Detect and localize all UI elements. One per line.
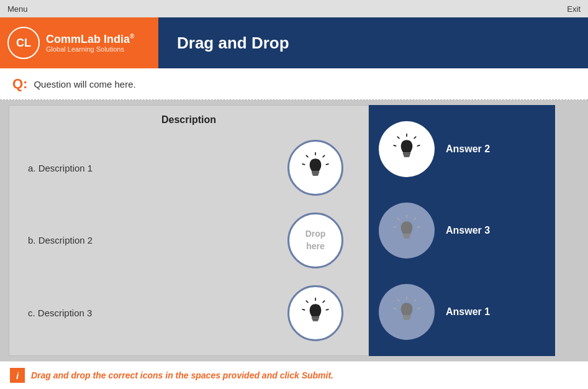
question-label: Q: [12,76,27,92]
answer-row-1[interactable]: Answer 1 [379,284,545,340]
answer-label-1: Answer 1 [446,306,490,318]
svg-line-35 [397,300,399,301]
right-panel: Answer 2 Answer 3 [369,105,555,356]
logo-text-block: CommLab India® Global Learning Solutions [46,33,134,53]
svg-rect-6 [312,173,319,175]
info-icon: i [10,368,25,383]
question-bar: Q: Question will come here. [0,68,588,100]
svg-rect-7 [313,175,319,176]
desc-label-b: b. Description 2 [28,235,93,245]
svg-line-34 [417,308,419,309]
svg-rect-23 [404,157,410,158]
answer-row-3[interactable]: Answer 3 [379,203,545,259]
top-bar: Menu Exit [0,0,588,17]
svg-line-17 [414,137,416,139]
answer-label-2: Answer 2 [446,144,490,155]
svg-rect-37 [403,315,410,317]
svg-line-2 [326,164,328,165]
drop-zone-a[interactable] [287,140,343,196]
svg-rect-29 [403,234,410,236]
logo-circle: CL [7,27,40,59]
info-bar: i Drag and drop the correct icons in the… [0,361,588,389]
logo-name: CommLab India® [46,33,134,46]
bulb-icon-c [299,297,332,329]
svg-line-4 [302,164,304,165]
svg-rect-22 [404,155,410,157]
bulb-icon-a [299,152,332,184]
description-header: Description [9,106,368,132]
svg-line-12 [302,309,304,310]
answer-label-3: Answer 3 [446,225,490,236]
page-title: Drag and Drop [177,34,289,53]
exit-button[interactable]: Exit [567,4,581,14]
svg-rect-38 [404,317,410,319]
header: CL CommLab India® Global Learning Soluti… [0,17,588,68]
bulb-icon-answer2 [391,133,423,165]
svg-line-19 [397,137,399,139]
svg-line-3 [306,155,308,157]
svg-line-25 [414,218,416,220]
left-panel: Description a. Description 1 [9,105,369,356]
answer-circle-3 [379,203,435,259]
svg-rect-13 [312,316,319,318]
svg-rect-30 [404,236,410,238]
logo-area: CL CommLab India® Global Learning Soluti… [0,17,158,68]
svg-rect-14 [312,318,319,320]
svg-rect-39 [404,319,410,320]
svg-line-33 [414,300,416,301]
svg-line-18 [417,145,419,146]
logo-subtitle: Global Learning Solutions [46,45,134,53]
menu-button[interactable]: Menu [7,4,28,14]
drop-zone-b[interactable]: Drophere [287,213,343,268]
question-text: Question will come here. [34,79,135,89]
drop-zone-c[interactable] [287,285,343,341]
svg-line-28 [394,227,396,227]
svg-rect-5 [312,172,319,173]
svg-rect-31 [404,237,410,239]
svg-line-10 [326,309,328,310]
description-rows: a. Description 1 [9,132,368,355]
svg-line-27 [397,218,399,220]
svg-rect-15 [313,320,319,321]
answer-circle-1 [379,284,435,340]
svg-line-11 [306,301,308,303]
svg-line-9 [323,301,325,303]
svg-rect-21 [403,153,410,155]
drop-here-text: Drophere [305,228,326,252]
header-title-area: Drag and Drop [158,17,588,68]
bulb-icon-answer1 [391,296,423,328]
desc-label-c: c. Description 3 [28,308,92,318]
svg-line-20 [394,145,396,146]
bulb-icon-answer3 [391,214,423,247]
svg-line-36 [394,308,396,309]
answer-circle-2 [379,121,435,177]
svg-line-26 [417,227,419,227]
desc-label-a: a. Description 1 [28,163,93,173]
desc-row-a: a. Description 1 [16,140,362,196]
svg-line-1 [323,155,325,157]
desc-row-c: c. Description 3 [16,285,362,341]
main-content: Description a. Description 1 [0,100,588,361]
desc-row-b: b. Description 2 Drophere [16,213,362,268]
answer-row-2[interactable]: Answer 2 [379,121,545,177]
info-text: Drag and drop the correct icons in the s… [31,370,333,380]
